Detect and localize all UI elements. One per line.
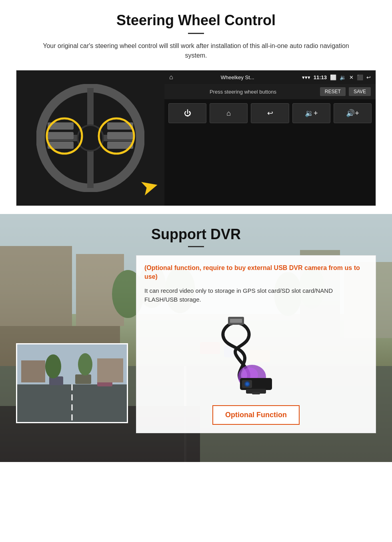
hu-power-btn[interactable]: ⏻ xyxy=(168,103,206,123)
steering-title: Steering Wheel Control xyxy=(16,12,376,29)
hu-home-icon: ⌂ xyxy=(169,74,173,81)
steering-wheel-svg xyxy=(36,84,144,192)
hu-home-btn[interactable]: ⌂ xyxy=(210,103,248,123)
svg-point-38 xyxy=(78,353,92,376)
hu-prompt: Press steering wheel buttons xyxy=(169,89,317,95)
hu-app-title: Wheelkey St... xyxy=(176,74,299,80)
hu-cam-icon: ⬜ xyxy=(330,74,336,80)
svg-rect-8 xyxy=(107,132,133,139)
hu-back-btn[interactable]: ↩ xyxy=(251,103,289,123)
svg-rect-40 xyxy=(230,319,242,323)
steering-divider xyxy=(188,33,204,34)
svg-rect-33 xyxy=(75,374,91,384)
steering-photo: ➤ xyxy=(16,70,164,206)
hu-vol-down-btn[interactable]: 🔉+ xyxy=(292,103,330,123)
reset-button[interactable]: RESET xyxy=(320,87,346,96)
svg-point-46 xyxy=(246,382,249,386)
svg-point-37 xyxy=(45,354,61,378)
steering-subtitle: Your original car's steering wheel contr… xyxy=(40,41,352,60)
dashcam-svg xyxy=(17,344,127,422)
save-button[interactable]: SAVE xyxy=(349,87,371,96)
dvr-section: Support DVR xyxy=(0,214,392,462)
svg-rect-48 xyxy=(252,392,260,394)
svg-rect-5 xyxy=(48,132,74,139)
hu-rot-icon: ⬛ xyxy=(357,74,363,80)
hu-vol-icon: 🔉 xyxy=(340,74,346,80)
svg-rect-36 xyxy=(97,358,123,382)
hu-vol-up-btn[interactable]: 🔊+ xyxy=(334,103,372,123)
dvr-content: Support DVR xyxy=(0,214,392,445)
hu-x-icon: ✕ xyxy=(349,74,354,80)
hu-buttons-row: ⏻ ⌂ ↩ 🔉+ 🔊+ xyxy=(164,99,376,127)
dvr-camera-illustration xyxy=(144,311,368,399)
dvr-info-card: (Optional function, require to buy exter… xyxy=(136,255,376,433)
dvr-camera-svg xyxy=(204,315,308,395)
arrow-icon: ➤ xyxy=(138,174,161,200)
head-unit-panel: ⌂ Wheelkey St... ▾▾▾ 11:13 ⬜ 🔉 ✕ ⬛ ↩ Pre… xyxy=(164,70,376,206)
hu-time: 11:13 xyxy=(314,74,327,80)
dvr-title: Support DVR xyxy=(16,226,376,243)
steering-section: Steering Wheel Control Your original car… xyxy=(0,0,392,214)
dvr-main-area: (Optional function, require to buy exter… xyxy=(16,255,376,433)
dashcam-thumbnail xyxy=(16,343,128,423)
dashcam-road-scene xyxy=(17,344,127,422)
hu-signal-icon: ▾▾▾ xyxy=(302,74,310,80)
optional-function-button[interactable]: Optional Function xyxy=(212,405,300,425)
steering-composite: ➤ ⌂ Wheelkey St... ▾▾▾ 11:13 ⬜ 🔉 ✕ ⬛ ↩ P… xyxy=(16,70,376,206)
svg-rect-35 xyxy=(21,360,45,382)
dvr-optional-text: (Optional function, require to buy exter… xyxy=(144,264,368,282)
dvr-divider xyxy=(188,246,204,247)
hu-back-icon: ↩ xyxy=(366,74,371,80)
dvr-desc-text: It can record video only to storage in G… xyxy=(144,286,368,304)
hu-statusbar: ⌂ Wheelkey St... ▾▾▾ 11:13 ⬜ 🔉 ✕ ⬛ ↩ xyxy=(164,70,376,84)
hu-toolbar: Press steering wheel buttons RESET SAVE xyxy=(164,84,376,99)
